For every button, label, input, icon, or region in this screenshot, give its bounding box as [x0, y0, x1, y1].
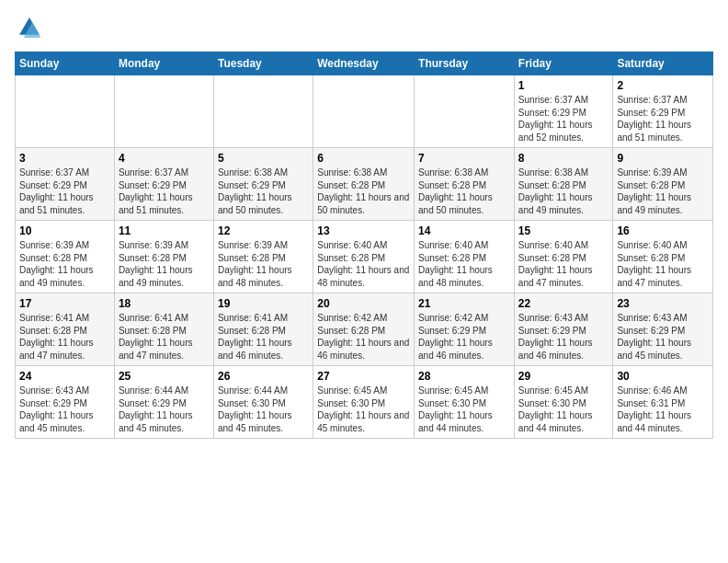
day-info: Sunrise: 6:37 AM Sunset: 6:29 PM Dayligh… — [518, 94, 609, 144]
day-cell: 20Sunrise: 6:42 AM Sunset: 6:28 PM Dayli… — [313, 293, 415, 366]
day-number: 28 — [418, 370, 510, 383]
day-info: Sunrise: 6:45 AM Sunset: 6:30 PM Dayligh… — [418, 385, 510, 434]
day-info: Sunrise: 6:37 AM Sunset: 6:29 PM Dayligh… — [19, 167, 110, 216]
day-number: 15 — [518, 224, 609, 237]
day-info: Sunrise: 6:38 AM Sunset: 6:28 PM Dayligh… — [418, 167, 510, 216]
calendar: SundayMondayTuesdayWednesdayThursdayFrid… — [15, 52, 713, 439]
day-info: Sunrise: 6:45 AM Sunset: 6:30 PM Dayligh… — [518, 385, 609, 434]
day-cell: 1Sunrise: 6:37 AM Sunset: 6:29 PM Daylig… — [514, 75, 613, 148]
day-number: 7 — [418, 152, 510, 165]
week-row-2: 3Sunrise: 6:37 AM Sunset: 6:29 PM Daylig… — [16, 148, 713, 221]
day-cell: 30Sunrise: 6:46 AM Sunset: 6:31 PM Dayli… — [613, 366, 713, 439]
day-number: 6 — [317, 152, 410, 165]
day-number: 3 — [19, 152, 110, 165]
day-cell: 4Sunrise: 6:37 AM Sunset: 6:29 PM Daylig… — [114, 148, 213, 221]
day-number: 2 — [617, 79, 709, 92]
day-number: 19 — [218, 297, 309, 310]
day-info: Sunrise: 6:42 AM Sunset: 6:28 PM Dayligh… — [317, 312, 410, 362]
day-info: Sunrise: 6:41 AM Sunset: 6:28 PM Dayligh… — [119, 312, 210, 362]
day-info: Sunrise: 6:40 AM Sunset: 6:28 PM Dayligh… — [518, 239, 609, 289]
day-cell: 3Sunrise: 6:37 AM Sunset: 6:29 PM Daylig… — [16, 148, 115, 221]
week-row-1: 1Sunrise: 6:37 AM Sunset: 6:29 PM Daylig… — [16, 75, 713, 148]
day-info: Sunrise: 6:38 AM Sunset: 6:29 PM Dayligh… — [218, 167, 309, 216]
day-cell: 17Sunrise: 6:41 AM Sunset: 6:28 PM Dayli… — [16, 293, 115, 366]
week-row-5: 24Sunrise: 6:43 AM Sunset: 6:29 PM Dayli… — [16, 366, 713, 439]
day-cell: 26Sunrise: 6:44 AM Sunset: 6:30 PM Dayli… — [213, 366, 313, 439]
day-cell: 8Sunrise: 6:38 AM Sunset: 6:28 PM Daylig… — [514, 148, 613, 221]
day-number: 9 — [617, 152, 709, 165]
header-friday: Friday — [514, 52, 613, 75]
day-info: Sunrise: 6:43 AM Sunset: 6:29 PM Dayligh… — [19, 385, 110, 434]
day-number: 5 — [218, 152, 309, 165]
day-number: 12 — [218, 224, 309, 237]
day-number: 14 — [418, 224, 510, 237]
day-cell: 15Sunrise: 6:40 AM Sunset: 6:28 PM Dayli… — [514, 221, 613, 293]
header-wednesday: Wednesday — [313, 52, 415, 75]
day-number: 21 — [418, 297, 510, 310]
day-cell: 6Sunrise: 6:38 AM Sunset: 6:28 PM Daylig… — [313, 148, 415, 221]
logo-icon — [17, 15, 42, 40]
day-number: 30 — [617, 370, 709, 383]
day-cell: 10Sunrise: 6:39 AM Sunset: 6:28 PM Dayli… — [16, 221, 115, 293]
day-info: Sunrise: 6:41 AM Sunset: 6:28 PM Dayligh… — [19, 312, 110, 362]
day-info: Sunrise: 6:44 AM Sunset: 6:30 PM Dayligh… — [218, 385, 309, 434]
day-info: Sunrise: 6:37 AM Sunset: 6:29 PM Dayligh… — [119, 167, 210, 216]
week-row-4: 17Sunrise: 6:41 AM Sunset: 6:28 PM Dayli… — [16, 293, 713, 366]
day-number: 11 — [119, 224, 210, 237]
header-sunday: Sunday — [16, 52, 115, 75]
day-cell: 27Sunrise: 6:45 AM Sunset: 6:30 PM Dayli… — [313, 366, 415, 439]
week-row-3: 10Sunrise: 6:39 AM Sunset: 6:28 PM Dayli… — [16, 221, 713, 293]
day-cell: 24Sunrise: 6:43 AM Sunset: 6:29 PM Dayli… — [16, 366, 115, 439]
day-number: 26 — [218, 370, 309, 383]
day-cell: 5Sunrise: 6:38 AM Sunset: 6:29 PM Daylig… — [213, 148, 313, 221]
day-cell: 7Sunrise: 6:38 AM Sunset: 6:28 PM Daylig… — [415, 148, 515, 221]
day-cell — [313, 75, 415, 148]
day-cell: 22Sunrise: 6:43 AM Sunset: 6:29 PM Dayli… — [514, 293, 613, 366]
day-cell — [213, 75, 313, 148]
day-info: Sunrise: 6:43 AM Sunset: 6:29 PM Dayligh… — [617, 312, 709, 362]
day-number: 25 — [119, 370, 210, 383]
day-number: 18 — [119, 297, 210, 310]
day-cell: 13Sunrise: 6:40 AM Sunset: 6:28 PM Dayli… — [313, 221, 415, 293]
day-info: Sunrise: 6:46 AM Sunset: 6:31 PM Dayligh… — [617, 385, 709, 434]
day-cell — [16, 75, 115, 148]
header-thursday: Thursday — [415, 52, 515, 75]
day-number: 16 — [617, 224, 709, 237]
day-info: Sunrise: 6:40 AM Sunset: 6:28 PM Dayligh… — [317, 239, 410, 289]
day-number: 17 — [19, 297, 110, 310]
day-number: 13 — [317, 224, 410, 237]
day-cell: 29Sunrise: 6:45 AM Sunset: 6:30 PM Dayli… — [514, 366, 613, 439]
day-cell: 21Sunrise: 6:42 AM Sunset: 6:29 PM Dayli… — [415, 293, 515, 366]
day-cell: 18Sunrise: 6:41 AM Sunset: 6:28 PM Dayli… — [114, 293, 213, 366]
day-info: Sunrise: 6:40 AM Sunset: 6:28 PM Dayligh… — [617, 239, 709, 289]
day-info: Sunrise: 6:38 AM Sunset: 6:28 PM Dayligh… — [518, 167, 609, 216]
day-info: Sunrise: 6:39 AM Sunset: 6:28 PM Dayligh… — [617, 167, 709, 216]
day-number: 20 — [317, 297, 410, 310]
day-cell: 16Sunrise: 6:40 AM Sunset: 6:28 PM Dayli… — [613, 221, 713, 293]
day-info: Sunrise: 6:43 AM Sunset: 6:29 PM Dayligh… — [518, 312, 609, 362]
day-info: Sunrise: 6:39 AM Sunset: 6:28 PM Dayligh… — [218, 239, 309, 289]
day-info: Sunrise: 6:39 AM Sunset: 6:28 PM Dayligh… — [119, 239, 210, 289]
day-cell: 28Sunrise: 6:45 AM Sunset: 6:30 PM Dayli… — [415, 366, 515, 439]
day-info: Sunrise: 6:42 AM Sunset: 6:29 PM Dayligh… — [418, 312, 510, 362]
day-info: Sunrise: 6:39 AM Sunset: 6:28 PM Dayligh… — [19, 239, 110, 289]
day-number: 8 — [518, 152, 609, 165]
page-header — [15, 15, 713, 44]
day-number: 4 — [119, 152, 210, 165]
day-cell: 11Sunrise: 6:39 AM Sunset: 6:28 PM Dayli… — [114, 221, 213, 293]
day-number: 24 — [19, 370, 110, 383]
day-cell: 25Sunrise: 6:44 AM Sunset: 6:29 PM Dayli… — [114, 366, 213, 439]
day-cell: 23Sunrise: 6:43 AM Sunset: 6:29 PM Dayli… — [613, 293, 713, 366]
day-cell: 12Sunrise: 6:39 AM Sunset: 6:28 PM Dayli… — [213, 221, 313, 293]
header-tuesday: Tuesday — [213, 52, 313, 75]
calendar-header-row: SundayMondayTuesdayWednesdayThursdayFrid… — [16, 52, 713, 75]
header-monday: Monday — [114, 52, 213, 75]
day-number: 10 — [19, 224, 110, 237]
day-cell: 2Sunrise: 6:37 AM Sunset: 6:29 PM Daylig… — [613, 75, 713, 148]
day-number: 22 — [518, 297, 609, 310]
day-cell: 19Sunrise: 6:41 AM Sunset: 6:28 PM Dayli… — [213, 293, 313, 366]
header-saturday: Saturday — [613, 52, 713, 75]
day-cell — [415, 75, 515, 148]
day-info: Sunrise: 6:40 AM Sunset: 6:28 PM Dayligh… — [418, 239, 510, 289]
day-number: 23 — [617, 297, 709, 310]
